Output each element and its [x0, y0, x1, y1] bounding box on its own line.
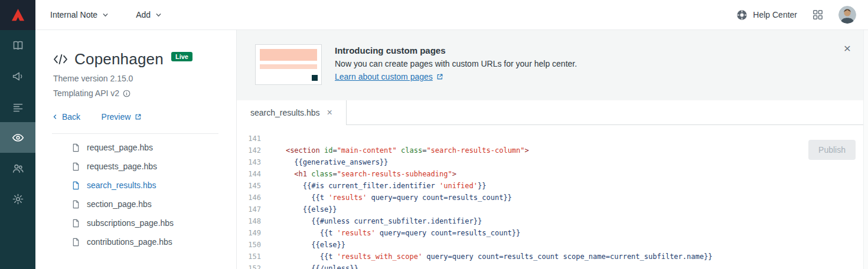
rail-item-people[interactable]: [0, 153, 35, 183]
people-icon: [12, 162, 24, 175]
file-item[interactable]: subscriptions_page.hbs: [35, 214, 236, 232]
line-number: 147: [237, 204, 261, 215]
topbar-right: Help Center: [736, 6, 856, 24]
code-text: {{t 'results' query=query count=results_…: [261, 192, 512, 204]
file-label: request_page.hbs: [87, 143, 153, 152]
document-icon: [71, 143, 80, 152]
top-bar: Internal Note Add Help Center: [35, 0, 868, 30]
theme-header: Copenhagen Live: [53, 50, 236, 68]
editor-tab-bar: search_results.hbs ×: [237, 100, 868, 125]
theme-version-label: Theme version 2.15.0: [53, 74, 133, 83]
help-center-button[interactable]: Help Center: [736, 9, 797, 21]
tab-search-results[interactable]: search_results.hbs ×: [237, 100, 347, 125]
document-icon: [71, 162, 80, 171]
banner-thumbnail: [255, 44, 322, 85]
document-icon: [71, 238, 80, 247]
code-line: 151 {{t 'results_with_scope' query=query…: [237, 251, 868, 263]
line-number: 143: [237, 156, 261, 168]
file-label: requests_page.hbs: [87, 162, 157, 171]
line-number: 152: [237, 263, 261, 269]
eye-icon: [12, 132, 24, 144]
app-logo[interactable]: [0, 0, 35, 30]
main-area: Introducing custom pages Now you can cre…: [237, 30, 868, 269]
brand-logo-icon: [10, 7, 26, 23]
rail-item-settings[interactable]: [0, 183, 35, 214]
chevron-down-icon: [102, 12, 109, 18]
tab-label: search_results.hbs: [250, 108, 320, 117]
thumbnail-header-band: [260, 49, 317, 61]
banner-learn-more-link[interactable]: Learn about custom pages: [335, 72, 443, 81]
code-line: 142 <section id="main-content" class="se…: [237, 145, 868, 156]
line-number: 146: [237, 192, 261, 204]
code-editor[interactable]: 141142 <section id="main-content" class=…: [237, 125, 868, 269]
banner-link-label: Learn about custom pages: [335, 72, 433, 81]
line-number: 145: [237, 180, 261, 192]
banner-title: Introducing custom pages: [335, 45, 446, 55]
help-center-label: Help Center: [753, 10, 797, 19]
code-line: 147 {{else}}: [237, 204, 868, 215]
file-item[interactable]: requests_page.hbs: [35, 157, 236, 176]
file-label: subscriptions_page.hbs: [87, 218, 174, 228]
line-number: 148: [237, 215, 261, 227]
code-text: {{#is current_filter.identifier 'unified…: [261, 180, 486, 192]
banner-close-button[interactable]: ×: [844, 42, 851, 54]
code-text: {{generative_answers}}: [261, 156, 388, 168]
file-item[interactable]: contributions_page.hbs: [35, 232, 236, 251]
theme-sidebar: Copenhagen Live Theme version 2.15.0 Tem…: [35, 30, 237, 269]
code-text: {{t 'results' query=query count=results_…: [261, 227, 520, 239]
file-item[interactable]: request_page.hbs: [35, 138, 236, 157]
help-lifering-icon: [736, 9, 748, 21]
scrollbar-track[interactable]: [863, 30, 868, 269]
code-line: 150 {{else}}: [237, 239, 868, 251]
chevron-down-icon: [155, 12, 162, 18]
theme-version: Theme version 2.15.0: [53, 74, 236, 83]
external-link-icon: [135, 113, 142, 120]
product-nav-rail: [0, 0, 35, 269]
preview-link[interactable]: Preview: [102, 112, 142, 122]
code-line: 141: [237, 133, 868, 145]
document-icon: [71, 200, 80, 209]
info-icon[interactable]: [123, 90, 130, 97]
code-text: [261, 133, 269, 145]
preview-label: Preview: [102, 112, 131, 122]
sidebar-divider: [52, 133, 218, 134]
live-badge: Live: [171, 52, 192, 61]
chevron-left-icon: [52, 114, 58, 120]
tab-bar-filler: [347, 100, 868, 125]
code-text: <section id="main-content" class="search…: [261, 145, 529, 156]
gear-icon: [12, 193, 24, 205]
rail-item-announcements[interactable]: [0, 61, 35, 91]
thumbnail-line: [260, 64, 317, 69]
internal-note-label: Internal Note: [50, 10, 97, 19]
tab-close-icon[interactable]: ×: [327, 108, 332, 117]
user-avatar[interactable]: [838, 6, 856, 24]
add-menu[interactable]: Add: [136, 10, 162, 19]
megaphone-icon: [12, 70, 24, 83]
rail-item-knowledge[interactable]: [0, 30, 35, 61]
rail-item-customize-design[interactable]: [0, 122, 35, 153]
templating-api: Templating API v2: [53, 88, 236, 98]
apps-grid-icon[interactable]: [812, 9, 823, 20]
theme-name: Copenhagen: [74, 50, 164, 68]
publish-button[interactable]: Publish: [808, 140, 856, 160]
rail-item-arrange-content[interactable]: [0, 91, 35, 122]
code-line: 152 {{/unless}}: [237, 263, 868, 269]
external-link-icon: [436, 73, 443, 80]
back-link[interactable]: Back: [52, 112, 80, 122]
internal-note-menu[interactable]: Internal Note: [50, 10, 109, 19]
file-label: contributions_page.hbs: [87, 237, 172, 247]
line-number: 149: [237, 227, 261, 239]
document-icon: [71, 219, 80, 228]
code-text: {{else}}: [261, 204, 337, 215]
line-number: 144: [237, 168, 261, 180]
file-item[interactable]: section_page.hbs: [35, 195, 236, 214]
list-icon: [12, 101, 24, 113]
code-line: 144 <h1 class="search-results-subheading…: [237, 168, 868, 180]
templating-api-label: Templating API v2: [53, 88, 119, 98]
file-item[interactable]: search_results.hbs: [35, 176, 236, 195]
add-label: Add: [136, 10, 151, 19]
code-line: 143 {{generative_answers}}: [237, 156, 868, 168]
line-number: 151: [237, 251, 261, 263]
code-text: {{#unless current_subfilter.identifier}}: [261, 215, 482, 227]
line-number: 142: [237, 145, 261, 156]
